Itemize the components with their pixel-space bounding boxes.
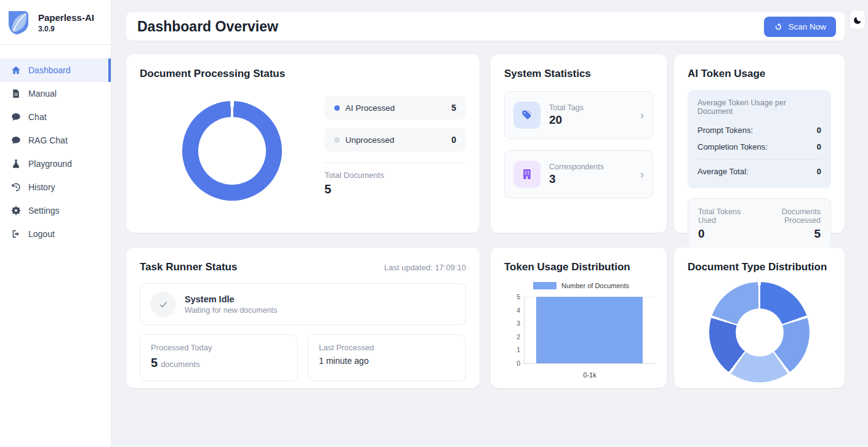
token-totals-box: Total Tokens Used 0 Documents Processed … (688, 198, 831, 250)
processing-status-donut-chart (140, 86, 324, 215)
avg-usage-header: Average Token Usage per Document (697, 99, 821, 116)
check-icon (158, 299, 169, 310)
bar-chart-plot-area: 012345 (524, 297, 656, 364)
chat-icon (11, 135, 21, 145)
sidebar-item-label: Manual (28, 89, 57, 99)
sidebar-item-logout[interactable]: Logout (0, 222, 111, 246)
stat-value: 3 (549, 172, 632, 186)
divider (324, 163, 466, 163)
tag-icon (521, 109, 533, 121)
chevron-right-icon: › (640, 168, 644, 181)
refresh-icon (774, 22, 783, 31)
x-axis-label: 0-1k (524, 371, 656, 379)
last-processed-box: Last Processed 1 minute ago (308, 334, 466, 381)
sidebar-item-dashboard[interactable]: Dashboard (0, 58, 111, 82)
stat-label: Total Tags (549, 103, 632, 112)
total-documents-label: Total Documents (324, 171, 466, 180)
correspondents-row[interactable]: Correspondents 3 › (504, 150, 653, 198)
legend-value: 5 (451, 103, 456, 113)
processed-today-label: Processed Today (151, 343, 287, 352)
sidebar-item-label: Chat (28, 112, 47, 122)
donut-hole (736, 308, 784, 356)
system-statistics-card: System Statistics Total Tags 20 › Corres… (491, 54, 667, 233)
scan-now-button[interactable]: Scan Now (764, 17, 836, 37)
gear-icon (11, 206, 21, 215)
card-title: Task Runner Status (140, 261, 237, 273)
card-title: Token Usage Distribution (504, 261, 653, 273)
sidebar-item-chat[interactable]: Chat (0, 105, 111, 129)
legend-label: Unprocessed (345, 135, 395, 145)
bar-0-1k (536, 297, 643, 363)
sidebar-item-settings[interactable]: Settings (0, 199, 111, 222)
logout-icon (11, 229, 21, 239)
sidebar-item-label: RAG Chat (28, 135, 68, 145)
documents-processed-value: 5 (753, 227, 821, 241)
average-total-value: 0 (817, 167, 821, 176)
total-tokens-used-label: Total Tokens Used (698, 207, 753, 225)
task-runner-status-card: Task Runner Status Last updated: 17:09:1… (126, 248, 480, 388)
sidebar-item-rag-chat[interactable]: RAG Chat (0, 129, 111, 152)
sidebar-item-label: Playground (28, 159, 72, 169)
page-title: Dashboard Overview (137, 18, 278, 35)
sidebar-item-history[interactable]: History (0, 175, 111, 199)
processed-today-box: Processed Today 5documents (140, 334, 298, 381)
total-tags-row[interactable]: Total Tags 20 › (504, 91, 653, 139)
legend-dot-gray (334, 137, 340, 143)
sidebar-divider (0, 44, 111, 45)
sidebar-item-label: History (28, 182, 55, 192)
chevron-right-icon: › (640, 109, 644, 122)
y-axis-tick: 1 (516, 346, 524, 353)
stat-value: 20 (549, 113, 632, 127)
y-axis-tick: 5 (516, 293, 524, 300)
donut-ring (709, 282, 810, 382)
legend-row-ai-processed: AI Processed 5 (324, 96, 466, 119)
card-title: Document Type Distribution (688, 261, 831, 273)
total-tokens-used-value: 0 (698, 227, 753, 241)
status-subtitle: Waiting for new documents (185, 306, 277, 315)
last-processed-label: Last Processed (319, 343, 455, 352)
document-icon (11, 89, 21, 99)
app-name: Paperless-AI (38, 12, 94, 23)
total-documents-value: 5 (324, 182, 466, 196)
last-processed-value: 1 minute ago (319, 356, 455, 366)
sidebar-nav: Dashboard Manual Chat RAG Chat Playgroun… (0, 58, 111, 246)
donut-hole (198, 117, 266, 185)
documents-processed-label: Documents Processed (753, 207, 821, 225)
moon-icon (853, 15, 862, 25)
page-header: Dashboard Overview Scan Now (126, 12, 845, 41)
legend-dot-blue (334, 105, 340, 111)
sidebar-item-label: Settings (28, 206, 60, 215)
processed-today-unit: documents (161, 360, 200, 369)
completion-tokens-label: Completion Tokens: (697, 142, 768, 151)
scan-now-label: Scan Now (788, 22, 826, 31)
sidebar-item-playground[interactable]: Playground (0, 152, 111, 175)
building-icon (521, 168, 533, 180)
y-axis-tick: 3 (516, 320, 524, 327)
sidebar-item-manual[interactable]: Manual (0, 82, 111, 105)
divider (697, 159, 821, 159)
legend-swatch (533, 282, 557, 289)
token-usage-bar-chart: Number of Documents 012345 0-1k (504, 282, 658, 384)
y-axis-tick: 0 (516, 360, 524, 367)
ai-token-usage-card: AI Token Usage Average Token Usage per D… (674, 54, 845, 233)
history-icon (11, 182, 21, 192)
donut-ring (182, 101, 282, 201)
y-axis-tick: 4 (516, 307, 524, 314)
card-title: System Statistics (504, 68, 653, 80)
last-updated-text: Last updated: 17:09:10 (384, 263, 466, 272)
prompt-tokens-value: 0 (817, 126, 821, 135)
token-usage-distribution-card: Token Usage Distribution Number of Docum… (491, 248, 667, 388)
document-processing-status-card: Document Processing Status AI Processed … (126, 54, 480, 233)
sidebar-item-label: Dashboard (28, 65, 71, 75)
sidebar: Paperless-AI 3.0.9 Dashboard Manual Chat… (0, 0, 111, 447)
document-type-distribution-card: Document Type Distribution (674, 248, 845, 388)
document-type-donut-chart (688, 282, 831, 382)
average-total-label: Average Total: (697, 167, 749, 176)
legend-label: Number of Documents (561, 282, 629, 289)
sidebar-item-label: Logout (28, 229, 55, 239)
stat-label: Correspondents (549, 163, 632, 171)
theme-toggle-button[interactable] (850, 10, 866, 30)
processed-today-value: 5 (151, 356, 158, 369)
chat-icon (11, 112, 21, 122)
card-title: AI Token Usage (688, 68, 831, 80)
